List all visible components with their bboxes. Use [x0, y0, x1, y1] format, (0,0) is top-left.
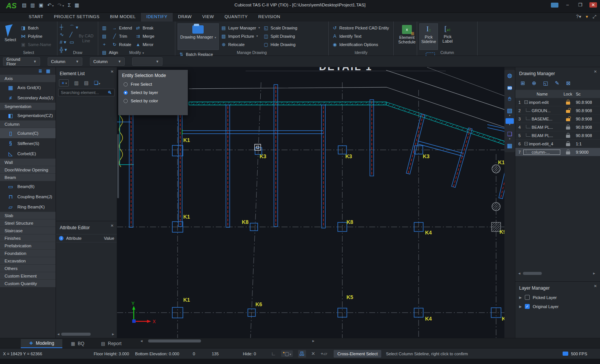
category-selector[interactable]: Column▼ [48, 57, 82, 66]
delete-button[interactable]: ▥ [102, 24, 108, 31]
layer-checkbox[interactable] [525, 295, 530, 300]
layer-picked-layer[interactable]: ▶Picked Layer [515, 295, 600, 300]
sidebar-section-column[interactable]: Column [0, 120, 56, 128]
lock-icon[interactable] [566, 126, 570, 130]
tab-revision[interactable]: REVISION [253, 13, 286, 22]
orbit-icon[interactable]: ◍ [506, 71, 514, 80]
drawing-manager-hscrollbar[interactable]: ◄► [518, 271, 596, 276]
canvas-vertical-scrollbar[interactable] [117, 134, 119, 198]
lock-icon[interactable] [566, 102, 570, 105]
sidebar-section-wall[interactable]: Wall [0, 159, 56, 166]
store-icon[interactable]: ▾ [586, 14, 588, 19]
drawing-row-baseme[interactable]: 3BASEME...90.8:908 [515, 115, 600, 123]
add-drawing-icon[interactable]: ⊞ [521, 80, 525, 86]
sidebar-section-finishes[interactable]: Finishes [0, 234, 56, 242]
lock-icon[interactable] [566, 151, 570, 154]
tab-view[interactable]: VIEW [197, 13, 219, 22]
attribute-editor-hscrollbar[interactable]: ◄► [57, 332, 115, 336]
snap-off-icon[interactable]: ✕ [311, 351, 315, 356]
sidebar-item-axis-grid-x[interactable]: ▦Axis Grid(X) [0, 82, 56, 93]
import-picture-button[interactable]: ▨Import Picture▾ [221, 32, 260, 40]
tab-start[interactable]: START [23, 13, 49, 22]
copy-element-icon[interactable]: ▤ [84, 80, 88, 86]
split-drawing-button[interactable]: ◫Split Drawing [263, 32, 297, 40]
extend-button[interactable]: →Extend [112, 24, 132, 31]
minimize-button[interactable]: – [564, 2, 571, 8]
sidebar-item-stiffener-s[interactable]: §Stiffener(S) [0, 138, 56, 148]
lock-icon[interactable] [566, 135, 570, 138]
merge-button[interactable]: ⇉Merge [135, 32, 154, 40]
sidebar-item-secondary-axis-u[interactable]: ≠Secondary Axis(U) [0, 93, 56, 103]
help-icon[interactable]: ?▾ [576, 14, 581, 19]
option-select-by-layer[interactable]: Select by layer [118, 90, 188, 95]
bottom-tab-modeling[interactable]: ❖Modeling [21, 339, 62, 348]
pickbox-icon[interactable]: ●▢▾ [281, 350, 292, 357]
arc-icon[interactable]: ⌒ ▾ [70, 24, 81, 32]
chat-icon[interactable] [551, 3, 558, 8]
element-schedule-button[interactable]: x Element Schedule [396, 23, 418, 50]
element-list-close-icon[interactable]: ✕ [111, 69, 114, 74]
fullscreen-icon[interactable]: ⤢ [592, 14, 596, 19]
add-selection-icon[interactable]: +▱ [321, 351, 328, 356]
drawing-manager-button[interactable]: Drawing Manager ▾ [178, 23, 219, 50]
tab-project-settings[interactable]: PROJECT SETTINGS [49, 13, 105, 22]
unlock-icon[interactable] [566, 118, 570, 121]
tab-quantity[interactable]: QUANTITY [219, 13, 253, 22]
trim-button[interactable]: ╱Trim [112, 32, 132, 40]
floor-selector[interactable]: Ground Floor▼ [3, 57, 40, 66]
drawing-row-import-edit-4[interactable]: 6−import-edit_41:1 [515, 140, 600, 148]
sidebar-section-axis[interactable]: Axis [0, 75, 56, 82]
polyline-button[interactable]: ⋈Polyline [21, 32, 51, 40]
delete-element-icon[interactable]: ▥ [74, 80, 79, 86]
layer-manager-button[interactable]: ▤Layer Manager▾ [221, 24, 260, 31]
sidebar-section-steel-structure[interactable]: Steel Structure [0, 219, 56, 227]
sidebar-section-segmentation[interactable]: Segmentation [0, 103, 56, 110]
select-button[interactable]: Select [2, 23, 19, 50]
collapse-icon[interactable]: − [524, 100, 528, 104]
element-selector[interactable]: Column▼ [90, 57, 125, 66]
spline-icon[interactable]: ∿ [60, 32, 70, 39]
collapse-icon[interactable]: − [524, 142, 528, 145]
sidebar-section-custom-quantity[interactable]: Custom Quantity [0, 280, 56, 287]
identify-text-button[interactable]: AIdentify Text [332, 32, 389, 40]
same-name-button[interactable]: ▣Same-Name [21, 41, 51, 48]
layer-manager-close-icon[interactable]: ✕ [594, 284, 597, 288]
solid-box-icon[interactable]: ▾ [506, 118, 514, 127]
relocate-drawing-icon[interactable]: ⊕ [532, 80, 537, 86]
element-layers-icon[interactable]: ❏▾ [94, 80, 101, 86]
sidebar-section-staircase[interactable]: Staircase [0, 227, 56, 234]
wireframe-box-icon[interactable]: ▧▾ [506, 106, 514, 116]
option-select-by-color[interactable]: Select by color [118, 99, 188, 103]
option-free-select[interactable]: Free Select [118, 82, 188, 86]
unlock-icon[interactable] [566, 110, 570, 113]
drawing-manager-close-icon[interactable]: ✕ [594, 69, 597, 74]
drawing-row-beam-pl[interactable]: 4BEAM PL...90.8:908 [515, 123, 600, 131]
layer-original-layer[interactable]: ▶✓Original Layer [515, 304, 600, 309]
hide-drawing-button[interactable]: ▢Hide Drawing [263, 41, 297, 48]
scale-drawing-button[interactable]: ◱Scale Drawing [263, 24, 297, 31]
tab-bim-model[interactable]: BIM MODEL [105, 13, 141, 22]
snap-node-icon[interactable]: 品 [298, 350, 306, 358]
rotate-button[interactable]: ↻Rotate [112, 41, 132, 48]
edit-drawing-icon[interactable]: ✎ [555, 80, 560, 86]
sidebar-item-column-c[interactable]: ▯Column(C) [0, 128, 56, 138]
delete-drawing-icon[interactable]: ⊠ [566, 80, 571, 86]
mirror-button[interactable]: ▲Mirror [135, 41, 154, 48]
sidebar-item-segmentation-cz[interactable]: ◧Segmentation(CZ) [0, 110, 56, 120]
break-button[interactable]: ⇄Break [135, 24, 154, 31]
bottom-tab-report[interactable]: ▤Report [93, 339, 130, 348]
identification-options-button[interactable]: ◉Identification Options [332, 41, 389, 48]
drawing-row-column[interactable]: 7column-...9:9000 [515, 148, 600, 156]
relocate-button[interactable]: ⊕Relocate [221, 41, 260, 48]
grid-draw-icon[interactable]: # ▾ [60, 39, 70, 47]
point-icon[interactable]: ┼ [60, 24, 70, 32]
view-3d-icon[interactable]: 3D [506, 83, 514, 92]
drawing-row-groun[interactable]: 2GROUN...90.8:908 [515, 106, 600, 115]
selection-mode-button[interactable]: Cross-Element Select [334, 350, 381, 358]
pick-sideline-button[interactable]: I↕ Pick Sideline [419, 23, 438, 50]
expand-caret-icon[interactable]: ▶ [519, 296, 522, 299]
expand-caret-icon[interactable]: ▶ [519, 305, 522, 308]
attribute-editor-close-icon[interactable]: ✕ [111, 224, 114, 228]
sidebar-item-coupling-beam-j[interactable]: ⊓Coupling Beam(J) [0, 191, 56, 202]
sidebar-section-others[interactable]: Others [0, 265, 56, 272]
